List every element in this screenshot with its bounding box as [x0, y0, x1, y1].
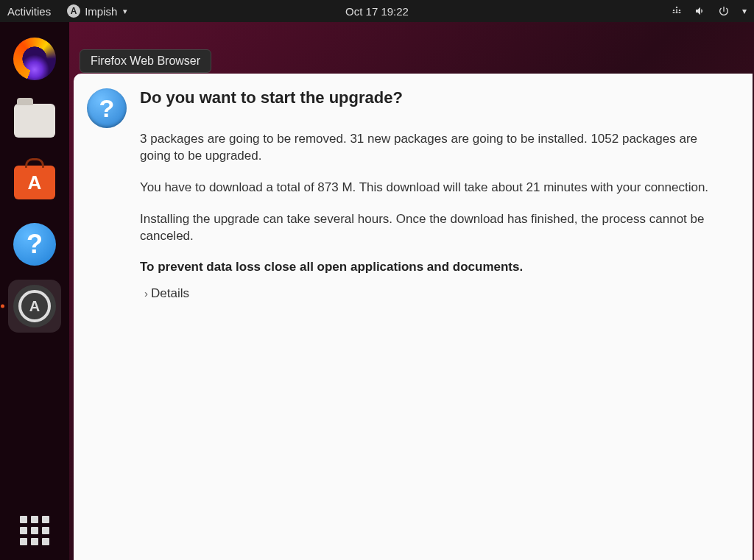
details-label: Details	[151, 286, 189, 301]
software-updater-icon	[13, 285, 56, 327]
dock-tooltip: Firefox Web Browser	[80, 49, 211, 73]
clock[interactable]: Oct 17 19:22	[345, 5, 409, 18]
folder-icon	[14, 104, 55, 138]
show-applications-button[interactable]	[20, 516, 49, 545]
dialog-body: Do you want to start the upgrade? 3 pack…	[140, 88, 729, 545]
top-bar: Activities A Impish ▾ Oct 17 19:22 ▾	[0, 0, 754, 22]
dialog-paragraph: You have to download a total of 873 M. T…	[140, 180, 729, 196]
software-store-icon: A	[14, 166, 55, 199]
system-tray[interactable]: ▾	[670, 4, 747, 18]
app-menu-icon: A	[67, 4, 80, 18]
app-menu-label: Impish	[85, 5, 117, 18]
chevron-down-icon: ▾	[123, 7, 127, 16]
firefox-icon	[13, 38, 56, 80]
dialog-title: Do you want to start the upgrade?	[140, 88, 729, 107]
question-icon: ?	[87, 88, 127, 128]
dock-item-firefox[interactable]	[8, 32, 61, 85]
dock-item-software-updater[interactable]	[8, 280, 61, 333]
chevron-right-icon: ›	[144, 287, 148, 300]
chevron-down-icon: ▾	[742, 6, 747, 16]
network-icon	[670, 4, 683, 18]
power-icon	[717, 4, 730, 18]
upgrade-dialog: ? Do you want to start the upgrade? 3 pa…	[74, 74, 753, 560]
help-icon: ?	[13, 223, 56, 266]
dialog-warning: To prevent data loss close all open appl…	[140, 260, 729, 274]
dialog-paragraph: Installing the upgrade can take several …	[140, 211, 729, 245]
dock-item-files[interactable]	[8, 94, 61, 147]
dock-item-help[interactable]: ?	[8, 218, 61, 271]
dock-item-software[interactable]: A	[8, 156, 61, 209]
dock: A ?	[0, 22, 69, 560]
details-expander[interactable]: › Details	[144, 286, 729, 301]
activities-button[interactable]: Activities	[7, 5, 51, 18]
volume-icon	[694, 4, 707, 18]
app-menu[interactable]: A Impish ▾	[67, 4, 127, 18]
topbar-left-group: Activities A Impish ▾	[7, 4, 127, 18]
dialog-paragraph: 3 packages are going to be removed. 31 n…	[140, 131, 729, 165]
